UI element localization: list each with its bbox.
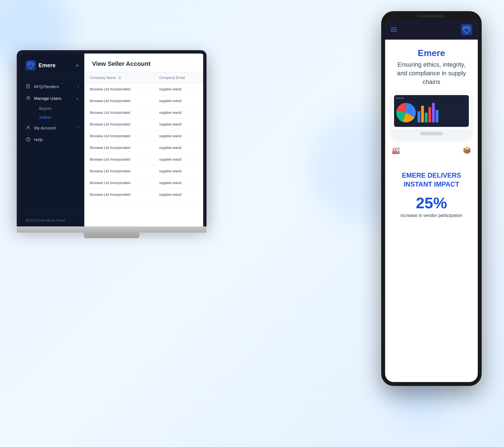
bar-4	[428, 107, 431, 122]
sidebar-item-buyers[interactable]: Buyers	[33, 104, 84, 113]
company-email-cell: supplier.wand	[154, 107, 203, 119]
dashboard-inner	[394, 95, 469, 127]
sidebar: Emere « RFQ/Tenders ›	[20, 54, 84, 226]
sidebar-collapse-icon[interactable]: «	[76, 62, 79, 68]
dashboard-dots	[396, 97, 467, 99]
company-email-cell: supplier.wand	[154, 119, 203, 130]
manage-users-label: Manage Users	[34, 96, 61, 101]
laptop-device: Emere « RFQ/Tenders ›	[17, 50, 207, 238]
page-title: View Seller Account	[92, 60, 195, 67]
sidebar-item-manage-users[interactable]: Manage Users ⌄	[20, 92, 84, 104]
phone-screen: Emere Ensuring ethics, integrity, and co…	[385, 20, 478, 382]
bar-6	[436, 110, 438, 122]
sidebar-subnav: Buyers Sellers	[20, 104, 84, 122]
my-account-arrow-icon: ›	[78, 126, 79, 130]
sidebar-footer: @2022 Emere (Buyer Portal)	[20, 214, 84, 226]
emere-logo-icon	[26, 60, 36, 70]
monitor-stand-section	[392, 129, 471, 138]
table-row[interactable]: Bovawa Ltd Incorporated supplier.wand	[84, 95, 203, 107]
bars-container	[417, 103, 467, 122]
phone-top-bar	[385, 20, 478, 40]
laptop-base	[17, 226, 207, 233]
svg-point-2	[27, 96, 28, 98]
page-header: View Seller Account	[84, 54, 203, 72]
table-body: Bovawa Ltd Incorporated supplier.wand Bo…	[84, 83, 203, 200]
delivery-icons-row: 🏭 📦	[392, 144, 471, 157]
chart-area	[396, 101, 467, 125]
company-name-cell: Bovawa Ltd Incorporated	[84, 165, 154, 177]
phone-device: Emere Ensuring ethics, integrity, and co…	[381, 11, 482, 386]
company-name-cell: Bovawa Ltd Incorporated	[84, 142, 154, 154]
sidebar-item-sellers[interactable]: Sellers	[33, 113, 84, 122]
table-wrapper: Company Name ☰ Company Email Bovawa Ltd …	[84, 72, 203, 226]
sellers-table: Company Name ☰ Company Email Bovawa Ltd …	[84, 72, 203, 200]
company-email-cell: supplier.wand	[154, 142, 203, 154]
delivery-icon-right: 📦	[463, 146, 471, 154]
filter-icon[interactable]: ☰	[118, 76, 121, 80]
person-icon	[26, 125, 31, 130]
company-name-cell: Bovawa Ltd Incorporated	[84, 189, 154, 200]
svg-point-6	[28, 140, 28, 141]
bar-5	[432, 103, 435, 122]
rfq-label: RFQ/Tenders	[34, 84, 59, 89]
table-row[interactable]: Bovawa Ltd Incorporated supplier.wand	[84, 177, 203, 189]
phone-outer: Emere Ensuring ethics, integrity, and co…	[381, 11, 482, 386]
company-name-cell: Bovawa Ltd Incorporated	[84, 177, 154, 189]
sidebar-item-my-account[interactable]: My Account ›	[20, 122, 84, 134]
rfq-arrow-icon: ›	[78, 84, 79, 88]
company-name-cell: Bovawa Ltd Incorporated	[84, 83, 154, 95]
sidebar-logo-text: Emere	[39, 62, 56, 69]
company-name-cell: Bovawa Ltd Incorporated	[84, 107, 154, 119]
stat-label: increase in vendor participation	[392, 213, 471, 218]
emere-tagline: Ensuring ethics, integrity, and complian…	[392, 61, 471, 86]
laptop-screen: Emere « RFQ/Tenders ›	[17, 50, 207, 226]
main-content: View Seller Account Company Name ☰ Co	[84, 54, 203, 226]
company-email-cell: supplier.wand	[154, 83, 203, 95]
table-row[interactable]: Bovawa Ltd Incorporated supplier.wand	[84, 189, 203, 200]
svg-point-3	[29, 97, 30, 98]
company-name-cell: Bovawa Ltd Incorporated	[84, 95, 154, 107]
table-row[interactable]: Bovawa Ltd Incorporated supplier.wand	[84, 154, 203, 165]
company-email-cell: supplier.wand	[154, 189, 203, 200]
stat-block: 25% increase in vendor participation	[392, 195, 471, 218]
sidebar-logo: Emere	[26, 60, 56, 70]
table-row[interactable]: Bovawa Ltd Incorporated supplier.wand	[84, 107, 203, 119]
table-row[interactable]: Bovawa Ltd Incorporated supplier.wand	[84, 142, 203, 154]
dot-1	[396, 97, 398, 99]
pie-chart	[396, 103, 416, 122]
users-icon	[26, 96, 31, 101]
hamburger-icon[interactable]	[391, 28, 397, 32]
phone-notch	[417, 15, 445, 17]
laptop-screen-inner: Emere « RFQ/Tenders ›	[20, 54, 203, 226]
company-name-cell: Bovawa Ltd Incorporated	[84, 130, 154, 142]
dashboard-preview	[392, 93, 471, 138]
table-row[interactable]: Bovawa Ltd Incorporated supplier.wand	[84, 119, 203, 130]
sidebar-item-rfq[interactable]: RFQ/Tenders ›	[20, 81, 84, 92]
sidebar-header: Emere «	[20, 54, 84, 76]
company-email-cell: supplier.wand	[154, 177, 203, 189]
monitor-stand-shape	[420, 132, 443, 135]
company-email-cell: supplier.wand	[154, 154, 203, 165]
document-icon	[26, 84, 31, 89]
impact-title: EMERE DELIVERS INSTANT IMPACT	[392, 171, 471, 188]
my-account-label: My Account	[34, 125, 56, 130]
manage-users-chevron-icon: ⌄	[76, 96, 79, 100]
company-name-header: Company Name ☰	[84, 72, 154, 83]
sidebar-item-help[interactable]: Help	[20, 134, 84, 145]
bar-3	[425, 113, 428, 122]
dot-3	[402, 97, 404, 99]
table-row[interactable]: Bovawa Ltd Incorporated supplier.wand	[84, 83, 203, 95]
delivery-icon-left: 🏭	[392, 146, 400, 154]
help-label: Help	[34, 137, 43, 142]
dot-2	[399, 97, 401, 99]
sidebar-nav: RFQ/Tenders › Manage Users ⌄	[20, 76, 84, 214]
bar-2	[421, 106, 424, 122]
phone-content: Emere Ensuring ethics, integrity, and co…	[385, 40, 478, 165]
svg-point-4	[27, 126, 29, 128]
company-email-header: Company Email	[154, 72, 203, 83]
table-row[interactable]: Bovawa Ltd Incorporated supplier.wand	[84, 165, 203, 177]
stat-number: 25%	[392, 195, 471, 211]
emere-brand-title: Emere	[392, 48, 471, 58]
help-icon	[26, 137, 31, 142]
table-row[interactable]: Bovawa Ltd Incorporated supplier.wand	[84, 130, 203, 142]
